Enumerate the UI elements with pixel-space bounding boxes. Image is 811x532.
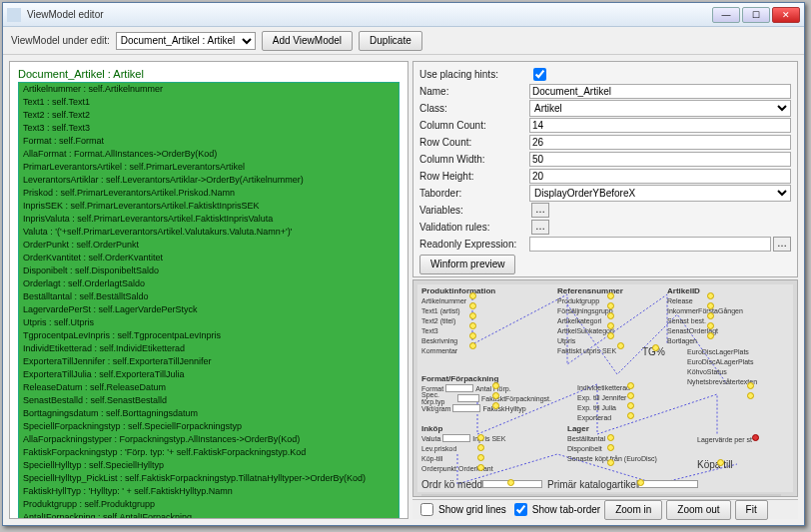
rowheight-input[interactable] — [529, 169, 791, 184]
tree-node[interactable]: Valuta : '('+self.PrimarLeverantorsArtik… — [19, 226, 399, 239]
taborder-dot — [627, 392, 634, 399]
minimize-button[interactable]: — — [712, 7, 740, 23]
tree-node[interactable]: FaktiskHyllTyp : 'Hylltyp: ' + self.Fakt… — [19, 485, 399, 498]
colcount-input[interactable] — [529, 118, 791, 133]
add-viewmodel-button[interactable]: Add ViewModel — [262, 31, 353, 51]
taborder-select[interactable]: DisplayOrderYBeforeX — [529, 185, 791, 202]
pv-section-artikelid: ArtikelID — [667, 286, 777, 295]
pv-label: Exp. till Jennifer — [577, 394, 626, 401]
showtaborder-checkbox[interactable]: Show tab-order — [510, 500, 600, 519]
tree-node[interactable]: Produktgrupp : self.Produktgrupp — [19, 498, 399, 511]
tree-node[interactable]: Text1 : self.Text1 — [19, 96, 399, 109]
taborder-dot — [707, 322, 714, 329]
rowcount-input[interactable] — [529, 135, 791, 150]
name-input[interactable] — [529, 84, 791, 99]
pv-section-produktinfo: Produktinformation — [421, 286, 551, 295]
pv-label: Utpris — [557, 337, 575, 344]
tree-node[interactable]: Utpris : self.Utpris — [19, 316, 399, 329]
taborder-dot — [469, 302, 476, 309]
pv-col: Alternativa artiklar — [721, 495, 768, 497]
tree-node[interactable]: Text2 : self.Text2 — [19, 109, 399, 122]
pv-input[interactable] — [638, 480, 698, 488]
tree-node[interactable]: LagervardePerSt : self.LagerVardePerStyc… — [19, 303, 399, 316]
tree-node[interactable]: OrderKvantitet : self.OrderKvantitet — [19, 252, 399, 265]
tree-node[interactable]: SpeciellForpackningstyp : self.SpeciellF… — [19, 420, 399, 433]
showgrid-checkbox[interactable]: Show grid lines — [416, 500, 506, 519]
class-label: Class: — [419, 103, 529, 114]
use-placing-checkbox[interactable] — [533, 68, 546, 81]
zoomout-button[interactable]: Zoom out — [666, 500, 730, 520]
use-placing-label: Use placing hints: — [419, 69, 529, 80]
taborder-dot — [477, 464, 484, 471]
colwidth-input[interactable] — [529, 152, 791, 167]
viewmodel-select[interactable]: Document_Artikel : Artikel — [116, 32, 256, 50]
readonly-button[interactable]: … — [773, 237, 791, 252]
validation-button[interactable]: … — [531, 220, 549, 235]
tree-node[interactable]: Format : self.Format — [19, 135, 399, 148]
pv-input[interactable] — [452, 404, 480, 412]
tree-node[interactable]: Borttagningsdatum : self.Borttagningsdat… — [19, 407, 399, 420]
tree-node[interactable]: ExporteraTillJennifer : self.ExporteraTi… — [19, 355, 399, 368]
viewmodel-editor-window: ViewModel editor — ☐ ✕ ViewModel under e… — [2, 2, 805, 526]
tree-node[interactable]: OrderPunkt : self.OrderPunkt — [19, 239, 399, 252]
pv-label: Produktgrupp — [557, 297, 599, 304]
tree[interactable]: Document_Artikel : Artikel Artikelnummer… — [10, 62, 407, 518]
tree-node[interactable]: ReleaseDatum : self.ReleaseDatum — [19, 381, 399, 394]
tree-node[interactable]: LeverantorsArtiklar : self.LeverantorsAr… — [19, 174, 399, 187]
tree-node[interactable]: TgprocentpaLevInpris : self.TgprocentpaL… — [19, 329, 399, 342]
tree-node[interactable]: SpeciellHylltyp : self.SpeciellHylltyp — [19, 459, 399, 472]
pv-label: Faktiskt utpris SEK — [557, 347, 616, 354]
maximize-button[interactable]: ☐ — [742, 7, 770, 23]
taborder-dot — [747, 392, 754, 399]
pv-input[interactable] — [457, 394, 479, 402]
taborder-dot — [717, 459, 724, 466]
pv-input[interactable] — [442, 434, 470, 442]
taborder-dot — [469, 342, 476, 349]
tree-node[interactable]: AntalIForpackning : self.AntalIForpackni… — [19, 511, 399, 518]
fit-button[interactable]: Fit — [735, 500, 768, 520]
tree-node[interactable]: SpeciellHylltyp_PickList : self.FaktiskF… — [19, 472, 399, 485]
readonly-label: Readonly Expression: — [419, 239, 529, 250]
validation-label: Validation rules: — [419, 222, 529, 233]
duplicate-button[interactable]: Duplicate — [359, 31, 422, 51]
pv-label: EuroDiscALagerPlats — [687, 358, 754, 365]
tree-node[interactable]: InprisValuta : self.PrimarLeverantorsArt… — [19, 213, 399, 226]
taborder-dot — [637, 479, 644, 486]
readonly-input[interactable] — [529, 237, 771, 252]
pv-label: Vikt/gram — [421, 405, 450, 412]
zoomin-button[interactable]: Zoom in — [604, 500, 662, 520]
colwidth-label: Column Width: — [419, 154, 529, 165]
tree-node[interactable]: ExporteraTillJulia : self.ExporteraTillJ… — [19, 368, 399, 381]
tree-node[interactable]: Priskod : self.PrimarLeverantorsArtikel.… — [19, 187, 399, 200]
tree-node[interactable]: Beställtantal : self.BeställtSaldo — [19, 290, 399, 303]
pv-label: Köpa till — [697, 459, 733, 470]
tree-node[interactable]: SenastBestalld : self.SenastBestalld — [19, 394, 399, 407]
winform-preview-button[interactable]: Winform preview — [419, 255, 515, 274]
tree-node[interactable]: AllaFormat : Format.AllInstances->OrderB… — [19, 148, 399, 161]
taborder-dot — [477, 444, 484, 451]
tree-node[interactable]: FaktiskForpackningstyp : 'Förp. typ: '+ … — [19, 446, 399, 459]
class-select[interactable]: Artikel — [529, 100, 791, 117]
taborder-dot — [607, 302, 614, 309]
tree-node[interactable]: PrimarLeverantorsArtikel : self.PrimarLe… — [19, 161, 399, 174]
pv-label: InkommerFörstaGången — [667, 307, 743, 314]
taborder-label: Taborder: — [419, 188, 529, 199]
tree-node[interactable]: AllaForpackningstyper : Forpackningstyp.… — [19, 433, 399, 446]
rowheight-label: Row Height: — [419, 171, 529, 182]
tree-node[interactable]: IndividEtiketterad : self.IndividEtikett… — [19, 342, 399, 355]
close-button[interactable]: ✕ — [772, 7, 800, 23]
titlebar[interactable]: ViewModel editor — ☐ ✕ — [3, 3, 804, 27]
pv-label: Disponibelt — [567, 445, 602, 452]
pv-label: ArtikelSubkategori — [557, 327, 614, 334]
tree-node[interactable]: Text3 : self.Text3 — [19, 122, 399, 135]
tree-node[interactable]: Orderlagt : self.OrderlagtSaldo — [19, 277, 399, 290]
tree-node[interactable]: Disponibelt : self.DisponibeltSaldo — [19, 265, 399, 277]
name-label: Name: — [419, 86, 529, 97]
taborder-dot — [707, 312, 714, 319]
layout-preview[interactable]: Produktinformation Artikelnummer Text1 (… — [412, 279, 798, 497]
pv-label: Köp-till — [421, 455, 442, 462]
tree-node[interactable]: Artikelnummer : self.Artikelnummer — [19, 83, 399, 96]
tree-node[interactable]: InprisSEK : self.PrimarLeverantorsArtike… — [19, 200, 399, 213]
variables-button[interactable]: … — [531, 203, 549, 218]
tree-root[interactable]: Document_Artikel : Artikel — [18, 68, 400, 80]
